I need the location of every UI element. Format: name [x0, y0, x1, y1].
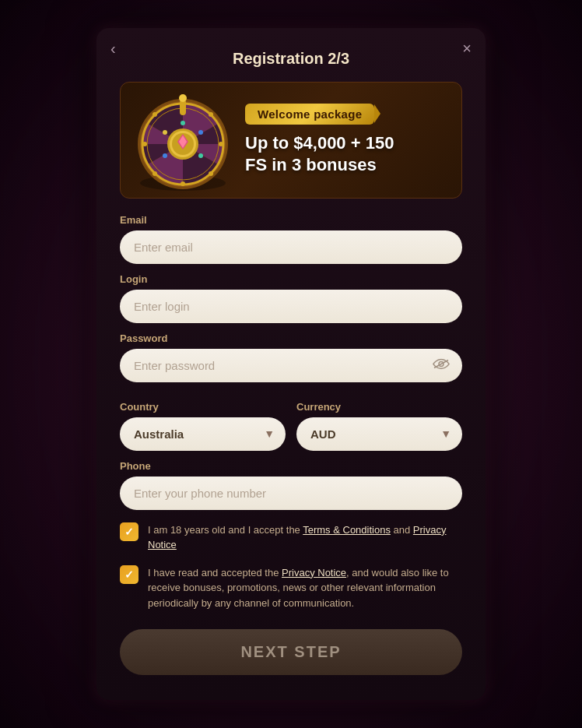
svg-point-9 — [209, 112, 213, 117]
svg-point-7 — [181, 181, 185, 186]
svg-point-11 — [153, 112, 157, 117]
login-input[interactable] — [120, 290, 462, 323]
email-input[interactable] — [120, 230, 462, 264]
country-label: Country — [120, 401, 286, 413]
login-label: Login — [120, 273, 462, 285]
privacy-checkbox[interactable]: ✓ — [120, 565, 138, 584]
back-button[interactable]: ‹ — [110, 40, 116, 56]
bonus-text: Up to $4,000 + 150 FS in 3 bonuses — [245, 132, 394, 177]
country-select-wrapper: Australia United States United Kingdom C… — [120, 417, 286, 451]
currency-label: Currency — [296, 401, 462, 413]
currency-select[interactable]: AUD USD EUR GBP — [296, 417, 462, 451]
country-field: Country Australia United States United K… — [120, 392, 286, 451]
svg-point-6 — [219, 142, 223, 146]
phone-input[interactable] — [120, 477, 462, 510]
country-select[interactable]: Australia United States United Kingdom C… — [120, 417, 286, 451]
privacy-checkbox-text: I have read and accepted the Privacy Not… — [148, 565, 462, 611]
terms-checkbox[interactable]: ✓ — [120, 522, 138, 541]
currency-select-wrapper: AUD USD EUR GBP ▼ — [296, 417, 462, 451]
svg-point-24 — [179, 94, 187, 102]
svg-point-12 — [153, 171, 157, 176]
currency-field: Currency AUD USD EUR GBP ▼ — [296, 392, 462, 451]
svg-point-22 — [163, 153, 167, 158]
welcome-banner: Welcome package Up to $4,000 + 150 FS in… — [120, 82, 462, 199]
roulette-image — [121, 82, 245, 199]
terms-check-icon: ✓ — [124, 526, 134, 538]
svg-point-18 — [181, 121, 185, 125]
privacy-notice-link-2[interactable]: Privacy Notice — [282, 567, 346, 579]
terms-checkbox-row: ✓ I am 18 years old and I accept the Ter… — [120, 522, 462, 553]
svg-point-19 — [198, 130, 203, 135]
email-label: Email — [120, 214, 462, 226]
svg-point-10 — [209, 171, 213, 176]
password-label: Password — [120, 332, 462, 344]
privacy-checkbox-row: ✓ I have read and accepted the Privacy N… — [120, 565, 462, 611]
banner-text-section: Welcome package Up to $4,000 + 150 FS in… — [245, 96, 461, 185]
svg-point-21 — [163, 130, 167, 135]
terms-checkbox-text: I am 18 years old and I accept the Terms… — [148, 522, 462, 553]
svg-point-20 — [198, 153, 203, 158]
registration-modal: ‹ × Registration 2/3 — [96, 28, 486, 701]
svg-point-8 — [142, 142, 147, 146]
modal-title: Registration 2/3 — [120, 50, 462, 68]
password-input[interactable] — [120, 349, 462, 382]
terms-conditions-link[interactable]: Terms & Conditions — [303, 524, 391, 536]
password-wrapper — [120, 349, 462, 382]
toggle-password-icon[interactable] — [433, 357, 450, 374]
country-currency-row: Country Australia United States United K… — [120, 392, 462, 451]
phone-label: Phone — [120, 460, 462, 472]
close-button[interactable]: × — [462, 40, 472, 56]
privacy-check-icon: ✓ — [124, 568, 134, 581]
next-step-button[interactable]: NEXT STEP — [120, 629, 462, 675]
welcome-badge: Welcome package — [245, 104, 374, 125]
